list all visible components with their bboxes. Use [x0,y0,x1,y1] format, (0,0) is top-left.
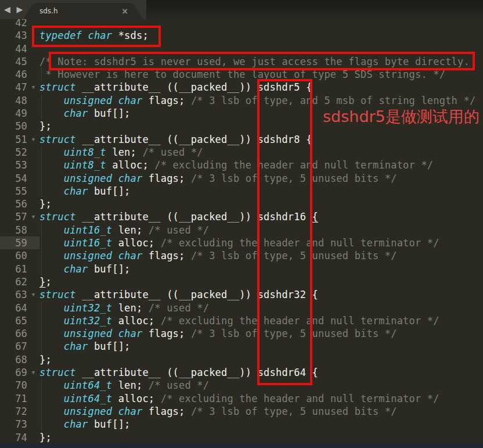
tab-close-icon[interactable]: × [119,3,131,19]
fold-arrow-icon[interactable]: ▼ [27,288,39,301]
fold-arrow-icon[interactable]: ▼ [27,210,39,223]
code-lines: 4243typedef char *sds;4445/* Note: sdshd… [0,19,483,443]
code-line[interactable]: 44 [0,42,483,55]
code-text: }; [39,198,483,210]
annotation-note-text: sdshdr5是做测试用的 [323,106,480,127]
code-text: char buf[]; [39,185,483,198]
line-number: 63 [0,288,27,301]
fold-column [27,236,39,249]
line-number: 72 [0,405,27,418]
code-line[interactable]: 68}; [0,353,483,366]
fold-arrow-icon[interactable]: ▼ [27,81,39,94]
code-line[interactable]: 43typedef char *sds; [0,29,483,42]
fold-column [27,405,39,418]
code-line[interactable]: 51▼struct __attribute__ ((__packed__)) s… [0,133,483,146]
line-number: 68 [0,353,27,366]
code-line[interactable]: 58 uint16_t len; /* used */ [0,224,483,236]
line-number: 70 [0,379,27,392]
code-text: char buf[]; [39,263,483,275]
fold-column [27,314,39,327]
code-line[interactable]: 66 unsigned char flags; /* 3 lsb of type… [0,327,483,340]
line-number: 45 [0,55,27,68]
line-number: 44 [0,42,27,55]
code-text: unsigned char flags; /* 3 lsb of type, 5… [39,172,483,185]
code-line[interactable]: 54 unsigned char flags; /* 3 lsb of type… [0,172,483,185]
code-line[interactable]: 69▼struct __attribute__ ((__packed__)) s… [0,366,483,379]
code-text: unsigned char flags; /* 3 lsb of type, 5… [39,405,483,418]
code-line[interactable]: 59 uint16_t alloc; /* excluding the head… [0,236,483,249]
code-text: }; [39,431,483,443]
code-line[interactable]: 65 uint32_t alloc; /* excluding the head… [0,314,483,327]
line-number: 71 [0,392,27,405]
fold-column [27,275,39,288]
code-text: typedef char *sds; [39,29,483,42]
line-number: 42 [0,19,27,29]
fold-column [27,29,39,42]
code-line[interactable]: 57▼struct __attribute__ ((__packed__)) s… [0,210,483,223]
line-number: 51 [0,133,27,146]
line-number: 55 [0,185,27,198]
code-text: }; [39,353,483,366]
code-text: struct __attribute__ ((__packed__)) sdsh… [39,288,483,301]
line-number: 43 [0,29,27,42]
fold-column [27,146,39,159]
line-number: 54 [0,172,27,185]
line-number: 69 [0,366,27,379]
code-line[interactable]: 56}; [0,198,483,210]
code-text: unsigned char flags; /* 3 lsb of type, 5… [39,249,483,262]
code-text: uint16_t len; /* used */ [39,224,483,236]
code-line[interactable]: 61 char buf[]; [0,263,483,275]
code-line[interactable]: 48 unsigned char flags; /* 3 lsb of type… [0,94,483,107]
code-text: /* Note: sdshdr5 is never used, we just … [39,55,483,68]
fold-column [27,392,39,405]
code-line[interactable]: 70 uint64_t len; /* used */ [0,379,483,392]
code-editor-window: sds.h × ◀ ▶ 4243typedef char *sds;4445/*… [0,0,483,448]
code-text: struct __attribute__ ((__packed__)) sdsh… [39,366,483,379]
code-text: * However is here to document the layout… [39,68,483,81]
line-number: 57 [0,210,27,223]
fold-column [27,379,39,392]
code-line[interactable]: 72 unsigned char flags; /* 3 lsb of type… [0,405,483,418]
code-line[interactable]: 52 uint8_t len; /* used */ [0,146,483,159]
line-number: 49 [0,107,27,120]
fold-column [27,42,39,55]
fold-column [27,327,39,340]
line-number: 62 [0,275,27,288]
code-text: char buf[]; [39,418,483,431]
fold-column [27,302,39,314]
code-editor[interactable]: 4243typedef char *sds;4445/* Note: sdshd… [0,19,483,443]
code-text: uint8_t alloc; /* excluding the header a… [39,159,483,171]
code-line[interactable]: 73 char buf[]; [0,418,483,431]
code-line[interactable]: 55 char buf[]; [0,185,483,198]
code-text: }; [39,275,483,288]
nav-back-icon[interactable]: ◀ [4,5,14,14]
fold-arrow-icon[interactable]: ▼ [27,366,39,379]
code-line[interactable]: 71 uint64_t alloc; /* excluding the head… [0,392,483,405]
code-line[interactable]: 62}; [0,275,483,288]
code-line[interactable]: 42 [0,19,483,29]
code-line[interactable]: 47▼struct __attribute__ ((__packed__)) s… [0,81,483,94]
line-number: 67 [0,340,27,353]
code-text: struct __attribute__ ((__packed__)) sdsh… [39,210,483,223]
fold-column [27,431,39,443]
line-number: 47 [0,81,27,94]
code-line[interactable]: 53 uint8_t alloc; /* excluding the heade… [0,159,483,171]
line-number: 59 [0,236,27,249]
nav-forward-icon[interactable]: ▶ [16,5,26,14]
code-text [39,19,483,29]
bottom-bar [0,443,483,448]
tab-sds-h[interactable]: sds.h × [23,3,143,19]
code-line[interactable]: 64 uint32_t len; /* used */ [0,302,483,314]
code-line[interactable]: 74}; [0,431,483,443]
code-line[interactable]: 60 unsigned char flags; /* 3 lsb of type… [0,249,483,262]
code-line[interactable]: 46 * However is here to document the lay… [0,68,483,81]
code-line[interactable]: 67 char buf[]; [0,340,483,353]
code-line[interactable]: 63▼struct __attribute__ ((__packed__)) s… [0,288,483,301]
code-line[interactable]: 45/* Note: sdshdr5 is never used, we jus… [0,55,483,68]
fold-column [27,159,39,171]
code-text: uint64_t len; /* used */ [39,379,483,392]
fold-arrow-icon[interactable]: ▼ [27,133,39,146]
tab-title: sds.h [39,3,58,20]
line-number: 73 [0,418,27,431]
line-number: 56 [0,198,27,210]
